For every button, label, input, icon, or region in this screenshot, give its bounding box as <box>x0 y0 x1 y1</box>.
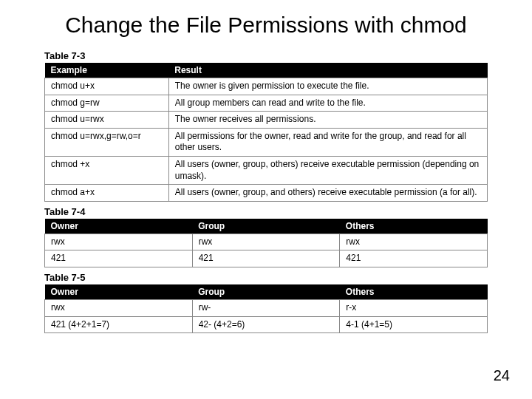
t3-cell: All group members can read and write to … <box>168 95 487 112</box>
table-row: chmod +xAll users (owner, group, others)… <box>45 156 488 184</box>
t4-cell: rwx <box>340 233 488 250</box>
table-row: chmod a+xAll users (owner, group, and ot… <box>45 185 488 202</box>
t5-cell: 421 (4+2+1=7) <box>45 316 193 333</box>
t3-cell: chmod u=rwx,g=rw,o=r <box>45 128 169 156</box>
table-row: 421421421 <box>45 250 488 267</box>
t5-header-owner: Owner <box>45 284 193 300</box>
t4-cell: 421 <box>340 250 488 267</box>
t5-cell: rw- <box>192 299 340 316</box>
table-7-4: Owner Group Others rwxrwxrwx 421421421 <box>44 219 488 267</box>
table-row: rwxrwxrwx <box>45 233 488 250</box>
table-row: chmod u+xThe owner is given permission t… <box>45 78 488 95</box>
table-7-5: Owner Group Others rwxrw-r-x 421 (4+2+1=… <box>44 284 488 333</box>
t5-cell: rwx <box>45 299 193 316</box>
table-7-4-caption: Table 7-4 <box>44 206 488 217</box>
t4-cell: rwx <box>192 233 340 250</box>
t5-header-others: Others <box>340 284 488 300</box>
t5-cell: 42- (4+2=6) <box>192 316 340 333</box>
table-7-3-caption: Table 7-3 <box>44 50 488 61</box>
slide-title: Change the File Permissions with chmod <box>44 12 488 38</box>
t3-cell: chmod u=rwx <box>45 112 169 129</box>
t3-cell: chmod a+x <box>45 185 169 202</box>
t3-cell: chmod +x <box>45 156 169 184</box>
t4-cell: 421 <box>192 250 340 267</box>
t4-header-owner: Owner <box>45 219 193 234</box>
t4-header-others: Others <box>340 219 488 234</box>
t3-cell: All users (owner, group, and others) rec… <box>168 185 487 202</box>
table-row: rwxrw-r-x <box>45 299 488 316</box>
t3-header-example: Example <box>45 63 169 78</box>
table-row: chmod u=rwx,g=rw,o=rAll permissions for … <box>45 128 488 156</box>
t4-cell: rwx <box>45 233 193 250</box>
table-row: chmod g=rwAll group members can read and… <box>45 95 488 112</box>
t5-cell: r-x <box>340 299 488 316</box>
table-row: chmod u=rwxThe owner receives all permis… <box>45 112 488 129</box>
t3-cell: The owner is given permission to execute… <box>168 78 487 95</box>
t3-cell: All users (owner, group, others) receive… <box>168 156 487 184</box>
page-number: 24 <box>494 367 510 384</box>
table-7-3: Example Result chmod u+xThe owner is giv… <box>44 63 488 202</box>
t4-cell: 421 <box>45 250 193 267</box>
t3-header-result: Result <box>168 63 487 78</box>
t5-header-group: Group <box>192 284 340 300</box>
table-row: 421 (4+2+1=7)42- (4+2=6)4-1 (4+1=5) <box>45 316 488 333</box>
t3-cell: chmod u+x <box>45 78 169 95</box>
t4-header-group: Group <box>192 219 340 234</box>
t3-cell: The owner receives all permissions. <box>168 112 487 129</box>
t3-cell: All permissions for the owner, read and … <box>168 128 487 156</box>
t5-cell: 4-1 (4+1=5) <box>340 316 488 333</box>
table-7-5-caption: Table 7-5 <box>44 272 488 283</box>
t3-cell: chmod g=rw <box>45 95 169 112</box>
